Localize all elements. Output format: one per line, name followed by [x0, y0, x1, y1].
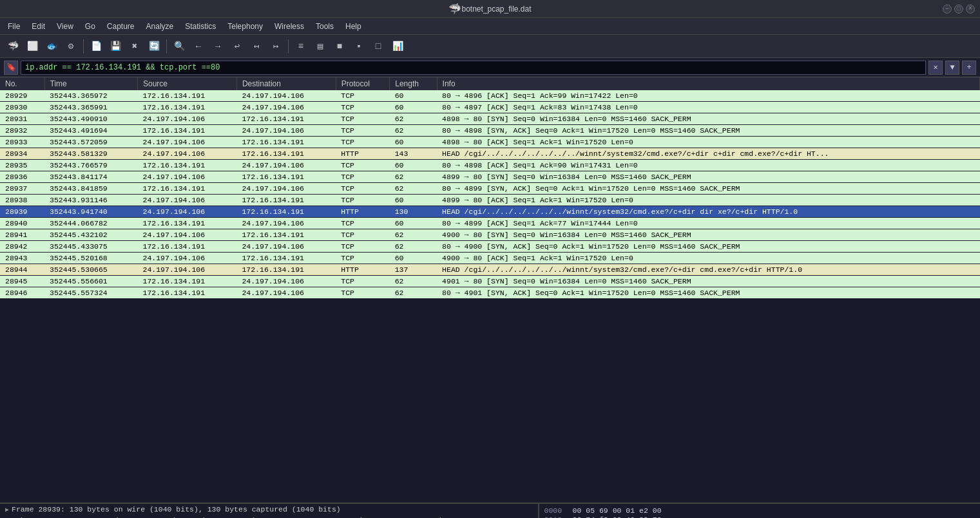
app-logo: 🦈	[448, 3, 461, 15]
close-button[interactable]: ×	[966, 5, 975, 14]
table-row[interactable]: 28941352445.43210224.197.194.106172.16.1…	[0, 229, 980, 241]
menu-view[interactable]: View	[52, 21, 79, 32]
minimize-button[interactable]: –	[943, 5, 952, 14]
toolbar-reload[interactable]: 🔄	[145, 37, 163, 55]
table-header: No. Time Source Destination Protocol Len…	[0, 77, 980, 90]
table-row[interactable]: 28932352443.491694172.16.134.19124.197.1…	[0, 125, 980, 137]
col-time: Time	[44, 77, 137, 90]
window-controls: – □ ×	[943, 5, 975, 14]
filter-clear[interactable]: ✕	[928, 61, 943, 75]
table-row[interactable]: 28943352445.52016824.197.194.106172.16.1…	[0, 253, 980, 264]
toolbar-forward[interactable]: →	[209, 37, 227, 55]
table-row[interactable]: 28940352444.066782172.16.134.19124.197.1…	[0, 218, 980, 229]
table-row[interactable]: 28934352443.58132924.197.194.106172.16.1…	[0, 148, 980, 160]
hex-area: 000000 05 69 00 01 e2 00001000 74 f3 99 …	[539, 504, 980, 518]
main-content: No. Time Source Destination Protocol Len…	[0, 77, 980, 503]
table-row[interactable]: 28945352445.556601172.16.134.19124.197.1…	[0, 276, 980, 287]
col-info: Info	[437, 77, 979, 90]
detail-label: Frame 28939: 130 bytes on wire (1040 bit…	[12, 505, 341, 513]
menu-go[interactable]: Go	[80, 21, 101, 32]
menu-bar: File Edit View Go Capture Analyze Statis…	[0, 18, 980, 35]
toolbar-shark[interactable]: 🐟	[43, 37, 61, 55]
toolbar-colorize[interactable]: ≡	[292, 37, 310, 55]
packet-detail: ▶Frame 28939: 130 bytes on wire (1040 bi…	[0, 504, 539, 518]
table-row[interactable]: 28937352443.841859172.16.134.19124.197.1…	[0, 183, 980, 195]
toolbar-back[interactable]: ←	[189, 37, 207, 55]
packet-tbody: 28929352443.365972172.16.134.19124.197.1…	[0, 90, 980, 299]
table-row[interactable]: 28942352445.433075172.16.134.19124.197.1…	[0, 241, 980, 253]
table-row[interactable]: 28939352443.94174024.197.194.106172.16.1…	[0, 206, 980, 218]
col-no: No.	[0, 77, 44, 90]
toolbar-separator-1	[83, 39, 84, 53]
toolbar-logo: 🦈	[4, 37, 22, 55]
table-row[interactable]: 28935352443.766579172.16.134.19124.197.1…	[0, 160, 980, 171]
menu-wireless[interactable]: Wireless	[269, 21, 309, 32]
toolbar-zoom-reset[interactable]: □	[369, 37, 387, 55]
menu-telephony[interactable]: Telephony	[222, 21, 268, 32]
table-row[interactable]: 28931352443.49091024.197.194.106172.16.1…	[0, 113, 980, 125]
toolbar-stop[interactable]: ⬜	[23, 37, 41, 55]
window-title: botnet_pcap_file.dat	[461, 5, 531, 14]
hex-offset: 0010	[544, 515, 568, 518]
toolbar-open[interactable]: 📄	[87, 37, 105, 55]
maximize-button[interactable]: □	[954, 5, 963, 14]
toolbar-autoscroll[interactable]: ▤	[311, 37, 329, 55]
detail-item[interactable]: ▶Frame 28939: 130 bytes on wire (1040 bi…	[0, 504, 538, 515]
expand-icon[interactable]: ▶	[5, 506, 9, 513]
toolbar-separator-2	[166, 39, 167, 53]
filter-bar: 🔖 ✕ ▼ +	[0, 58, 980, 77]
toolbar-save[interactable]: 💾	[106, 37, 124, 55]
filter-input[interactable]	[21, 61, 926, 75]
packet-list: No. Time Source Destination Protocol Len…	[0, 77, 980, 503]
menu-edit[interactable]: Edit	[26, 21, 50, 32]
filter-bookmark[interactable]: 🔖	[4, 61, 18, 75]
hex-row: 001000 74 f3 99 40 00 72	[544, 515, 975, 518]
toolbar-close[interactable]: ✖	[126, 37, 144, 55]
filter-apply[interactable]: +	[962, 61, 976, 75]
table-row[interactable]: 28936352443.84117424.197.194.106172.16.1…	[0, 171, 980, 183]
toolbar-next[interactable]: ↦	[267, 37, 285, 55]
col-destination: Destination	[236, 77, 336, 90]
col-length: Length	[390, 77, 437, 90]
menu-analyze[interactable]: Analyze	[141, 21, 179, 32]
menu-file[interactable]: File	[3, 21, 25, 32]
packet-table: No. Time Source Destination Protocol Len…	[0, 77, 980, 299]
toolbar-prev[interactable]: ↤	[247, 37, 265, 55]
menu-tools[interactable]: Tools	[311, 21, 339, 32]
toolbar-jump[interactable]: ↩	[228, 37, 246, 55]
hex-row: 000000 05 69 00 01 e2 00	[544, 506, 975, 515]
col-source: Source	[138, 77, 237, 90]
table-row[interactable]: 28933352443.57205924.197.194.106172.16.1…	[0, 137, 980, 148]
menu-capture[interactable]: Capture	[102, 21, 140, 32]
table-row[interactable]: 28946352445.557324172.16.134.19124.197.1…	[0, 287, 980, 299]
detail-item[interactable]: ▶Ethernet II, Src: EntradaN_05:ce:0a (00…	[0, 515, 538, 518]
table-row[interactable]: 28944352445.53066524.197.194.106172.16.1…	[0, 264, 980, 276]
toolbar-separator-3	[288, 39, 289, 53]
detail-area: ▶Frame 28939: 130 bytes on wire (1040 bi…	[0, 503, 980, 518]
table-row[interactable]: 28929352443.365972172.16.134.19124.197.1…	[0, 90, 980, 102]
toolbar-graph[interactable]: 📊	[389, 37, 407, 55]
title-bar: 🦈 botnet_pcap_file.dat – □ ×	[0, 0, 980, 18]
table-row[interactable]: 28938352443.93114624.197.194.106172.16.1…	[0, 195, 980, 206]
col-protocol: Protocol	[336, 77, 389, 90]
hex-bytes: 00 05 69 00 01 e2 00	[573, 506, 975, 515]
menu-help[interactable]: Help	[340, 21, 367, 32]
filter-expand[interactable]: ▼	[945, 61, 959, 75]
hex-offset: 0000	[544, 506, 568, 515]
menu-statistics[interactable]: Statistics	[180, 21, 221, 32]
hex-bytes: 00 74 f3 99 40 00 72	[573, 515, 975, 518]
toolbar-zoom-out[interactable]: ▪	[350, 37, 368, 55]
toolbar: 🦈 ⬜ 🐟 ⚙ 📄 💾 ✖ 🔄 🔍 ← → ↩ ↤ ↦ ≡ ▤ ■ ▪ □ 📊	[0, 35, 980, 58]
toolbar-options[interactable]: ⚙	[62, 37, 80, 55]
toolbar-search[interactable]: 🔍	[170, 37, 188, 55]
toolbar-zoom-in[interactable]: ■	[331, 37, 349, 55]
table-row[interactable]: 28930352443.365991172.16.134.19124.197.1…	[0, 102, 980, 113]
